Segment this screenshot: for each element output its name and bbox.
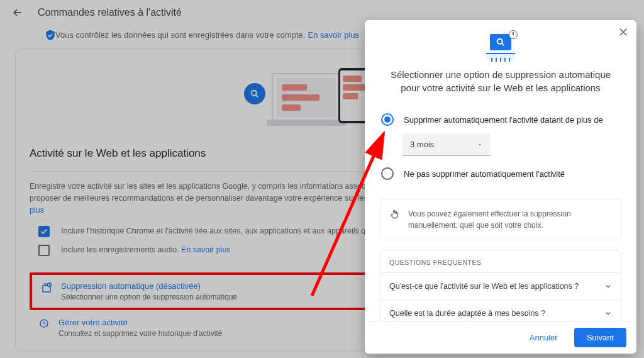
dropdown-caret-icon <box>477 142 483 148</box>
next-button[interactable]: Suivant <box>574 328 626 347</box>
faq-item-2[interactable]: Quelle est la durée adaptée à mes besoin… <box>380 299 621 321</box>
close-button[interactable] <box>618 26 629 38</box>
cancel-button[interactable]: Annuler <box>517 328 570 347</box>
modal-title: Sélectionner une option de suppression a… <box>380 68 621 106</box>
note-box: Vous pouvez également effectuer la suppr… <box>380 199 621 240</box>
radio-unselected-icon <box>381 167 394 180</box>
radio-option-no-delete[interactable]: Ne pas supprimer automatiquement l'activ… <box>380 162 621 185</box>
svg-point-5 <box>497 39 502 44</box>
chevron-down-icon <box>604 310 612 317</box>
radio-option-auto-delete[interactable]: Supprimer automatiquement l'activité dat… <box>380 108 621 131</box>
modal-illustration <box>380 34 621 59</box>
faq-heading: QUESTIONS FRÉQUENTES <box>380 251 621 272</box>
chevron-down-icon <box>604 282 612 290</box>
auto-delete-modal: Sélectionner une option de suppression a… <box>365 20 636 354</box>
radio-selected-icon <box>381 113 394 126</box>
duration-select[interactable]: 3 mois <box>402 133 491 156</box>
gesture-icon <box>389 208 401 231</box>
faq-item-1[interactable]: Qu'est-ce que l'activité sur le Web et l… <box>380 272 621 299</box>
